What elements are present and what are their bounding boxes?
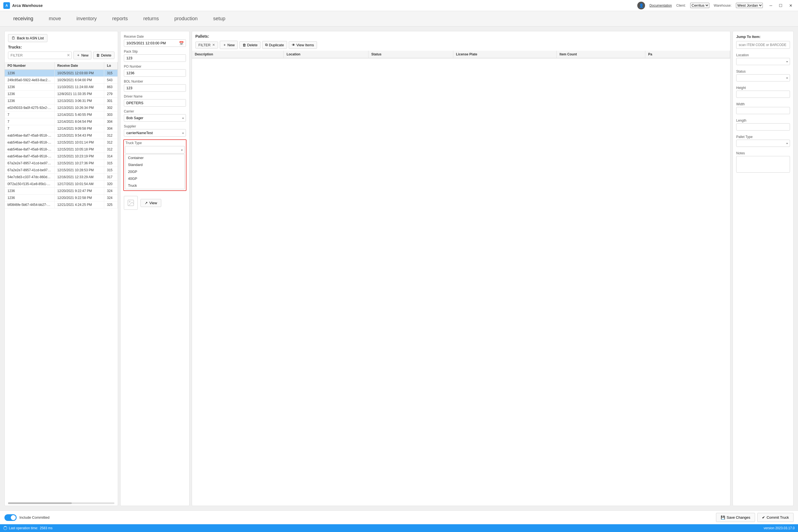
save-changes-button[interactable]: 💾 Save Changes	[716, 513, 755, 522]
cell-date: 12/16/2021 12:33:29 AM	[54, 174, 104, 180]
table-row[interactable]: bf0846fe-5b67-4454-bb27-24f83322836d12/2…	[5, 202, 118, 208]
minimize-button[interactable]: ─	[767, 2, 775, 9]
table-row[interactable]: eab546ae-8af7-45a8-9518-3fb5ecc0df0d12/1…	[5, 132, 118, 139]
warehouse-select[interactable]: West Jordan	[736, 3, 763, 8]
cell-po: 67a2e2e7-8957-41cd-be97-280c3aace523	[5, 167, 54, 174]
view-section: ↗ View	[120, 193, 189, 212]
width-input[interactable]	[736, 107, 790, 114]
receive-form-panel: Receive Date 📅 Pack Slip PO Number BOL N…	[120, 31, 190, 506]
carrier-select[interactable]: Bob Sager	[124, 114, 186, 122]
table-row[interactable]: 123612/20/2021 9:22:47 PM324	[5, 188, 118, 194]
col-description: Description	[192, 51, 284, 58]
truck-type-option-truck[interactable]: Truck	[125, 182, 185, 189]
pallet-type-select[interactable]	[736, 140, 790, 147]
supplier-select[interactable]: carrierNameTest	[124, 129, 186, 137]
table-row[interactable]: 0f72a150-f135-41e8-85b1-67d748fa984a12/1…	[5, 180, 118, 188]
trucks-scroll-bar[interactable]	[5, 501, 118, 506]
po-number-input[interactable]	[124, 69, 186, 77]
calendar-icon[interactable]: 📅	[179, 41, 184, 45]
trucks-scroll-indicator	[8, 502, 114, 504]
cell-lo: 324	[104, 194, 117, 202]
cell-date: 12/15/2021 10:23:19 PM	[54, 153, 104, 160]
pack-slip-label: Pack Slip	[124, 50, 186, 54]
table-row[interactable]: 123612/20/2021 9:22:58 PM324	[5, 194, 118, 202]
trucks-table-wrapper[interactable]: PO Number Receive Date Lo 123610/25/2021…	[5, 62, 118, 501]
include-committed-toggle[interactable]	[4, 514, 17, 521]
trucks-filter-clear-icon[interactable]: ✕	[67, 53, 70, 57]
title-bar-right: 👤 Documentation Client: Cerritus Warehou…	[637, 2, 795, 10]
new-icon: ＋	[76, 53, 80, 58]
cell-lo: 315	[104, 70, 117, 77]
pallets-filter-clear[interactable]: ✕	[212, 43, 215, 47]
table-row[interactable]: 123612/13/2021 3:06:31 PM301	[5, 97, 118, 104]
truck-type-select[interactable]: Container Standard 20GP 40GP Truck	[125, 146, 185, 153]
pallets-duplicate-button[interactable]: ⧉ Duplicate	[262, 41, 287, 49]
back-to-asn-button[interactable]: 🗒 Back to ASN List	[8, 34, 48, 42]
height-input[interactable]	[736, 91, 790, 98]
nav-item-reports[interactable]: reports	[104, 11, 135, 26]
table-row[interactable]: e0245033-9a0f-4275-92e2-e9e1ef2169b212/1…	[5, 104, 118, 111]
location-select[interactable]	[736, 58, 790, 65]
pallets-delete-label: Delete	[247, 43, 258, 47]
pack-slip-input[interactable]	[124, 54, 186, 62]
documentation-link[interactable]: Documentation	[649, 4, 672, 7]
receive-date-label: Receive Date	[124, 35, 186, 39]
pallets-table-wrapper[interactable]: Description Location Status License Plat…	[192, 51, 730, 504]
nav-item-setup[interactable]: setup	[205, 11, 233, 26]
supplier-label: Supplier	[124, 125, 186, 128]
table-row[interactable]: eab546ae-8af7-45a8-9518-3fb5ecc0df0d12/1…	[5, 146, 118, 153]
bol-number-input[interactable]	[124, 84, 186, 92]
length-input[interactable]	[736, 123, 790, 131]
table-row[interactable]: 123610/25/2021 12:03:00 PM315	[5, 70, 118, 77]
col-po-number: PO Number	[5, 62, 54, 70]
maximize-button[interactable]: ☐	[777, 2, 785, 9]
table-row[interactable]: 712/14/2021 8:04:54 PM304	[5, 118, 118, 125]
table-row[interactable]: 712/14/2021 5:40:55 PM303	[5, 111, 118, 118]
driver-name-input[interactable]	[124, 99, 186, 107]
close-button[interactable]: ✕	[787, 2, 795, 9]
cell-po: 249c85a0-5922-4e83-8ac2-83a923467cef	[5, 77, 54, 84]
table-row[interactable]: 712/14/2021 9:09:58 PM304	[5, 125, 118, 132]
cell-po: 54e7c8d3-c337-47dc-860d-d74c683af932	[5, 174, 54, 180]
nav-item-production[interactable]: production	[167, 11, 205, 26]
truck-type-option-container[interactable]: Container	[125, 154, 185, 161]
status-select[interactable]	[736, 74, 790, 81]
nav-item-receiving[interactable]: receiving	[5, 11, 41, 26]
pallets-new-button[interactable]: ＋ New	[220, 41, 238, 49]
table-row[interactable]: 67a2e2e7-8957-41cd-be97-280c3aace52312/1…	[5, 167, 118, 174]
pallets-delete-button[interactable]: 🗑 Delete	[240, 41, 261, 49]
cell-date: 12/13/2021 10:26:34 PM	[54, 104, 104, 111]
commit-truck-button[interactable]: ✔ Commit Truck	[757, 513, 794, 522]
app-icon: A	[3, 2, 10, 9]
trucks-new-button[interactable]: ＋ New	[73, 51, 92, 59]
trucks-filter-input[interactable]	[8, 52, 72, 59]
truck-type-section: Truck Type Container Standard 20GP 40GP …	[123, 139, 187, 191]
client-select[interactable]: Cerritus	[690, 3, 709, 8]
receive-date-input[interactable]	[124, 39, 186, 47]
notes-textarea[interactable]	[736, 156, 790, 173]
client-label: Client:	[676, 4, 686, 7]
nav-item-inventory[interactable]: inventory	[69, 11, 104, 26]
nav-item-move[interactable]: move	[41, 11, 69, 26]
truck-type-option-20gp[interactable]: 20GP	[125, 168, 185, 175]
table-row[interactable]: 67a2e2e7-8957-41cd-be97-280c3aace52312/1…	[5, 160, 118, 167]
table-row[interactable]: eab546ae-8af7-45a8-9518-3fb5ecc0df0d12/1…	[5, 139, 118, 146]
table-row[interactable]: 123612/8/2021 11:33:35 PM279	[5, 91, 118, 97]
jump-to-item-input[interactable]	[736, 41, 790, 49]
table-row[interactable]: 123611/10/2021 11:24:00 AM863	[5, 84, 118, 91]
pallets-view-items-button[interactable]: 👁 View Items	[289, 41, 317, 49]
truck-type-option-40gp[interactable]: 40GP	[125, 175, 185, 182]
pallets-scroll-bar-v[interactable]	[192, 504, 730, 506]
view-button[interactable]: ↗ View	[140, 199, 161, 207]
truck-type-option-standard[interactable]: Standard	[125, 161, 185, 168]
table-row[interactable]: 249c85a0-5922-4e83-8ac2-83a923467cef10/2…	[5, 77, 118, 84]
nav-item-returns[interactable]: returns	[135, 11, 167, 26]
table-row[interactable]: 54e7c8d3-c337-47dc-860d-d74c683af93212/1…	[5, 174, 118, 180]
view-btn-label: View	[149, 201, 157, 205]
user-icon[interactable]: 👤	[637, 2, 645, 10]
table-row[interactable]: eab546ae-8af7-45a8-9518-3fb5ecc0df0d12/1…	[5, 153, 118, 160]
jump-to-item-input-wrapper	[733, 41, 793, 51]
cell-po: 7	[5, 111, 54, 118]
trucks-delete-button[interactable]: 🗑 Delete	[93, 52, 114, 59]
cell-date: 10/25/2021 12:03:00 PM	[54, 70, 104, 77]
